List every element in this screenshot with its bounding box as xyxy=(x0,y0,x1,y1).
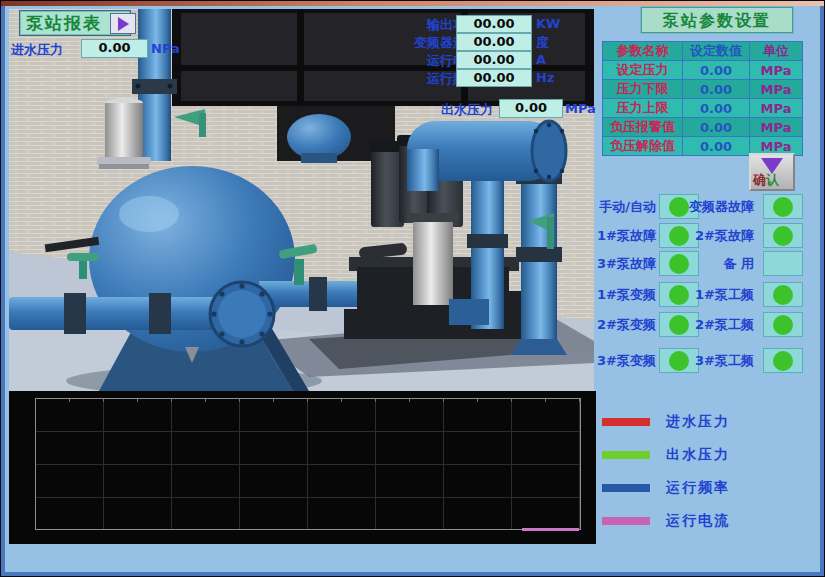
metric-unit: Hz xyxy=(536,70,554,85)
legend-swatch xyxy=(602,484,650,492)
status-row: 1#泵故障2#泵故障 xyxy=(596,223,822,249)
status-row: 手动/自动变频器故障 xyxy=(596,194,822,220)
status-lamp-on xyxy=(773,285,793,305)
status-label: 1#泵工频 xyxy=(676,282,754,308)
legend-row: 运行频率 xyxy=(602,479,730,497)
outlet-pressure-unit: MPa xyxy=(565,101,596,116)
status-label: 2#泵故障 xyxy=(676,223,754,249)
param-name-cell: 压力上限 xyxy=(603,99,683,118)
status-label: 2#泵变频 xyxy=(596,312,656,338)
status-row: 1#泵变频1#泵工频 xyxy=(596,282,822,308)
param-unit-cell: MPa xyxy=(750,80,803,99)
status-lamp-box xyxy=(763,312,803,337)
status-lamp-on xyxy=(773,351,793,371)
settings-title: 泵站参数设置 xyxy=(641,7,793,33)
param-value-cell[interactable]: 0.00 xyxy=(683,99,750,118)
confirm-button[interactable]: 确认 xyxy=(749,153,795,191)
param-unit-cell: MPa xyxy=(750,99,803,118)
metric-unit: 度 xyxy=(536,34,549,52)
metric-label: 输出功率 xyxy=(309,16,479,34)
top-border-strip xyxy=(1,1,824,6)
table-row: 压力上限0.00MPa xyxy=(603,99,803,118)
table-row: 压力下限0.00MPa xyxy=(603,80,803,99)
status-row: 3#泵故障备 用 xyxy=(596,251,822,277)
param-unit-cell: MPa xyxy=(750,118,803,137)
status-label: 3#泵故障 xyxy=(596,251,656,277)
table-header-cell: 设定数值 xyxy=(683,42,750,61)
parameter-table: 参数名称设定数值单位设定压力0.00MPa压力下限0.00MPa压力上限0.00… xyxy=(602,41,803,156)
legend-row: 进水压力 xyxy=(602,413,730,431)
table-row: 设定压力0.00MPa xyxy=(603,61,803,80)
param-name-cell: 压力下限 xyxy=(603,80,683,99)
table-header-cell: 单位 xyxy=(750,42,803,61)
table-row: 负压报警值0.00MPa xyxy=(603,118,803,137)
param-name-cell: 设定压力 xyxy=(603,61,683,80)
status-row: 2#泵变频2#泵工频 xyxy=(596,312,822,338)
metric-value-box: 00.00 xyxy=(456,51,532,69)
legend-swatch xyxy=(602,517,650,525)
hmi-screen: 泵站报表 进水压力 0.00 NPa 输出功率00.00KW变频器温度00.00… xyxy=(0,0,825,577)
metric-label: 运行电流 xyxy=(309,52,479,70)
status-lamp-box xyxy=(763,223,803,248)
legend-label: 出水压力 xyxy=(666,446,730,464)
pump-station-scene: 泵站报表 进水压力 0.00 NPa 输出功率00.00KW变频器温度00.00… xyxy=(9,9,594,391)
status-lamp-on xyxy=(773,226,793,246)
param-name-cell: 负压解除值 xyxy=(603,137,683,156)
legend-label: 运行频率 xyxy=(666,479,730,497)
outlet-pressure-value: 0.00 xyxy=(499,99,563,118)
status-label: 变频器故障 xyxy=(676,194,754,220)
metric-row: 运行电流00.00A xyxy=(9,52,594,69)
running-current-trace xyxy=(522,528,579,531)
param-value-cell[interactable]: 0.00 xyxy=(683,80,750,99)
status-label: 手动/自动 xyxy=(596,194,656,220)
legend-label: 进水压力 xyxy=(666,413,730,431)
legend-row: 出水压力 xyxy=(602,446,730,464)
table-header-cell: 参数名称 xyxy=(603,42,683,61)
legend-label: 运行电流 xyxy=(666,512,730,530)
trend-plot-area xyxy=(35,398,581,530)
metric-row: 输出功率00.00KW xyxy=(9,16,594,33)
status-lamp-box xyxy=(763,251,803,276)
status-label: 3#泵工频 xyxy=(676,348,754,374)
status-lamp-box xyxy=(763,282,803,307)
table-header-row: 参数名称设定数值单位 xyxy=(603,42,803,61)
status-label: 备 用 xyxy=(676,251,754,277)
outlet-pressure-label: 出水压力 xyxy=(361,101,493,119)
status-lamp-on xyxy=(773,315,793,335)
metric-unit: A xyxy=(536,52,546,67)
legend-swatch xyxy=(602,451,650,459)
metric-unit: KW xyxy=(536,16,560,31)
metric-value-box: 00.00 xyxy=(456,33,532,51)
metric-row: 变频器温度00.00度 xyxy=(9,34,594,51)
status-label: 1#泵变频 xyxy=(596,282,656,308)
confirm-label: 确认 xyxy=(753,171,779,189)
param-unit-cell: MPa xyxy=(750,61,803,80)
front-flange xyxy=(210,282,274,346)
settings-panel: 泵站参数设置 参数名称设定数值单位设定压力0.00MPa压力下限0.00MPa压… xyxy=(596,1,822,577)
param-name-cell: 负压报警值 xyxy=(603,118,683,137)
param-value-cell[interactable]: 0.00 xyxy=(683,118,750,137)
status-row: 3#泵变频3#泵工频 xyxy=(596,348,822,374)
status-lamp-box xyxy=(763,348,803,373)
legend-swatch xyxy=(602,418,650,426)
param-value-cell[interactable]: 0.00 xyxy=(683,61,750,80)
metric-value-box: 00.00 xyxy=(456,15,532,33)
param-value-cell[interactable]: 0.00 xyxy=(683,137,750,156)
status-lamp-box xyxy=(763,194,803,219)
status-label: 2#泵工频 xyxy=(676,312,754,338)
metric-label: 变频器温度 xyxy=(309,34,479,52)
metric-value-box: 00.00 xyxy=(456,69,532,87)
metric-label: 运行频率 xyxy=(309,70,479,88)
status-label: 1#泵故障 xyxy=(596,223,656,249)
legend-row: 运行电流 xyxy=(602,512,730,530)
metric-row: 运行频率00.00Hz xyxy=(9,70,594,87)
trend-chart xyxy=(9,391,596,544)
status-lamp-on xyxy=(773,197,793,217)
status-label: 3#泵变频 xyxy=(596,348,656,374)
